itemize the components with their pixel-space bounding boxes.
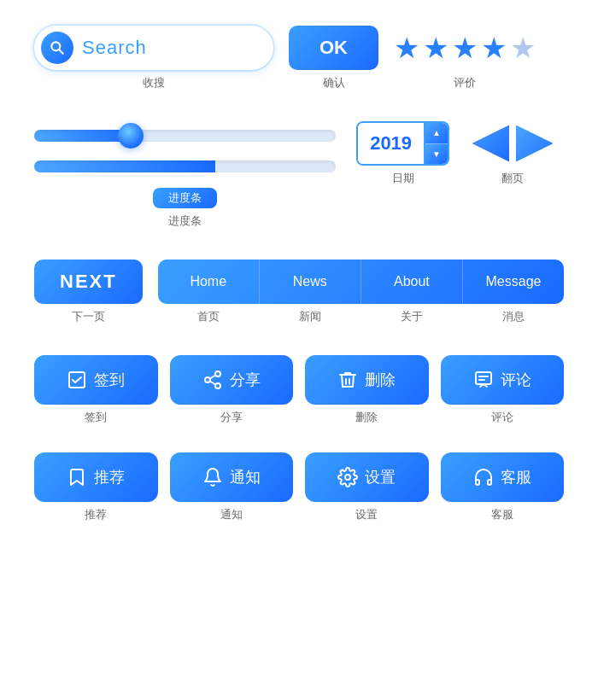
checkin-section: 签到 签到 (34, 355, 158, 425)
svg-line-7 (209, 376, 215, 379)
share-section: 分享 分享 (170, 355, 294, 425)
date-sublabel: 日期 (392, 171, 414, 186)
delete-label: 删除 (365, 370, 396, 390)
service-button[interactable]: 客服 (441, 452, 565, 502)
checkin-sublabel: 签到 (85, 410, 107, 425)
nav-item-message[interactable]: Message (463, 260, 564, 304)
nav-item-about[interactable]: About (361, 260, 463, 304)
date-down-button[interactable]: ▼ (425, 144, 448, 165)
search-sublabel: 收搜 (143, 75, 165, 90)
date-control: 2019 ▲ ▼ 日期 (356, 121, 449, 186)
next-section: NEXT 下一页 (34, 260, 143, 324)
nav-label-home: 首页 (158, 309, 260, 324)
svg-rect-8 (476, 372, 491, 384)
service-sublabel: 客服 (491, 507, 513, 522)
date-page-group: 2019 ▲ ▼ 日期 翻页 (356, 121, 564, 186)
page-nav (461, 121, 564, 166)
comment-section: 评论 评论 (441, 355, 565, 425)
nav-bar: Home News About Message (158, 260, 564, 304)
date-box[interactable]: 2019 ▲ ▼ (356, 121, 449, 166)
checkin-icon (67, 370, 87, 390)
slider-track-1[interactable] (34, 130, 336, 142)
settings-sublabel: 设置 (355, 507, 378, 522)
notify-button[interactable]: 通知 (170, 452, 294, 502)
comment-button[interactable]: 评论 (441, 355, 565, 405)
nav-item-news[interactable]: News (260, 260, 361, 304)
ok-section: OK 确认 (289, 26, 378, 90)
ok-sublabel: 确认 (323, 75, 345, 90)
bookmark-icon (67, 467, 87, 487)
recommend-label: 推荐 (94, 467, 125, 487)
comment-sublabel: 评论 (491, 410, 513, 425)
page-control: 翻页 (461, 121, 564, 186)
delete-icon (337, 370, 358, 390)
delete-sublabel: 删除 (355, 410, 378, 425)
share-icon (202, 370, 223, 390)
checkin-button[interactable]: 签到 (34, 355, 158, 405)
star-3[interactable]: ★ (452, 31, 478, 65)
service-section: 客服 客服 (441, 452, 565, 522)
comment-icon (473, 370, 494, 390)
svg-line-1 (59, 50, 63, 54)
recommend-section: 推荐 推荐 (34, 452, 158, 522)
slider-inner-label: 进度条 (153, 188, 217, 208)
icon-buttons-row4: 签到 签到 分享 分享 删除 删除 评论 评论 (34, 355, 564, 425)
star-2[interactable]: ★ (423, 31, 448, 65)
settings-icon (337, 467, 358, 487)
slider-track-2[interactable] (34, 160, 336, 172)
recommend-button[interactable]: 推荐 (34, 452, 158, 502)
service-label: 客服 (501, 467, 531, 487)
nav-item-home[interactable]: Home (158, 260, 260, 304)
next-button[interactable]: NEXT (34, 260, 143, 304)
notify-section: 通知 通知 (170, 452, 294, 522)
settings-button[interactable]: 设置 (305, 452, 429, 502)
stars-sublabel: 评价 (454, 75, 476, 90)
svg-point-11 (345, 475, 350, 480)
search-label: Search (82, 37, 147, 59)
share-label: 分享 (230, 370, 261, 390)
nav-label-message: 消息 (462, 309, 564, 324)
nav-section: Home News About Message 首页 新闻 关于 消息 (158, 260, 564, 324)
date-arrows: ▲ ▼ (424, 123, 448, 164)
search-bar[interactable]: Search (34, 26, 273, 70)
checkin-label: 签到 (94, 370, 125, 390)
search-icon (41, 32, 73, 64)
comment-label: 评论 (501, 370, 531, 390)
bell-icon (202, 467, 223, 487)
slider-section: 进度条 进度条 (34, 121, 336, 229)
nav-label-news: 新闻 (260, 309, 361, 324)
next-sublabel: 下一页 (72, 309, 105, 324)
settings-label: 设置 (365, 467, 396, 487)
recommend-sublabel: 推荐 (85, 507, 107, 522)
search-section: Search 收搜 (34, 26, 273, 90)
page-next-button[interactable] (516, 123, 564, 164)
icon-buttons-row5: 推荐 推荐 通知 通知 设置 设置 客服 客服 (34, 452, 564, 522)
page-sublabel: 翻页 (501, 171, 524, 186)
slider-container (34, 121, 336, 181)
star-rating[interactable]: ★ ★ ★ ★ ★ (394, 26, 536, 70)
headset-icon (473, 467, 494, 487)
share-sublabel: 分享 (220, 410, 243, 425)
slider-thumb[interactable] (118, 123, 144, 149)
stars-section: ★ ★ ★ ★ ★ 评价 (394, 26, 536, 90)
nav-label-about: 关于 (361, 309, 462, 324)
date-up-button[interactable]: ▲ (425, 123, 448, 144)
ok-button[interactable]: OK (289, 26, 378, 70)
star-5[interactable]: ★ (510, 31, 536, 65)
date-year: 2019 (358, 123, 424, 164)
delete-button[interactable]: 删除 (305, 355, 429, 405)
star-1[interactable]: ★ (394, 31, 419, 65)
delete-section: 删除 删除 (305, 355, 429, 425)
svg-line-6 (209, 382, 215, 385)
share-button[interactable]: 分享 (170, 355, 294, 405)
star-4[interactable]: ★ (481, 31, 507, 65)
page-prev-button[interactable] (461, 123, 509, 164)
notify-label: 通知 (230, 467, 261, 487)
slider-sublabel: 进度条 (168, 213, 202, 229)
nav-labels: 首页 新闻 关于 消息 (158, 309, 564, 324)
notify-sublabel: 通知 (220, 507, 243, 522)
settings-section: 设置 设置 (305, 452, 429, 522)
